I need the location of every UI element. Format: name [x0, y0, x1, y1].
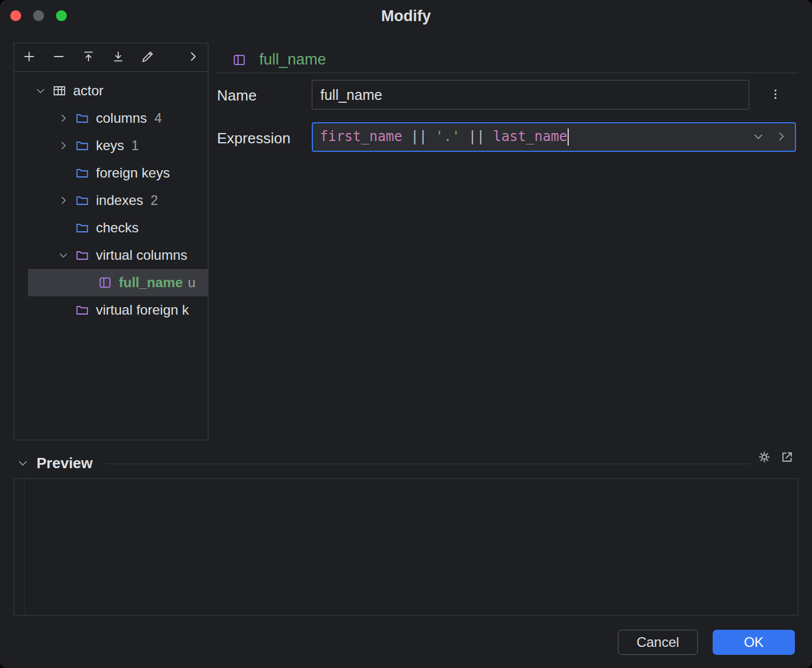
expression-input[interactable]: first_name || '.' || last_name	[312, 122, 796, 152]
expression-controls	[751, 130, 788, 145]
folder-icon	[74, 138, 91, 153]
expression-code: first_name || '.' || last_name	[320, 128, 751, 146]
title-bar: Modify	[0, 0, 812, 32]
preview-label: Preview	[37, 454, 93, 472]
open-in-new-icon	[779, 458, 795, 466]
folder-icon	[74, 303, 91, 317]
tree-item-label: columns	[96, 110, 147, 126]
name-label: Name	[217, 87, 256, 104]
tree-item-columns[interactable]: columns4	[14, 104, 208, 132]
pencil-icon	[140, 49, 155, 66]
tree-item-label: indexes	[96, 192, 143, 208]
tree-item-virtual-columns[interactable]: virtual columns	[14, 242, 208, 269]
preview-area	[14, 478, 798, 615]
modify-dialog: Modify actorcolumns4keys1foreign keysind…	[0, 0, 812, 668]
column-header: full_name	[231, 51, 326, 69]
tree-item-label: actor	[73, 83, 103, 99]
tree-item-label: virtual columns	[96, 247, 187, 263]
chevron-down-icon[interactable]	[53, 249, 74, 261]
table-icon	[51, 83, 68, 98]
expression-token: ||	[460, 128, 493, 144]
tree-item-count: 2	[151, 193, 158, 208]
structure-panel: actorcolumns4keys1foreign keysindexes2ch…	[14, 43, 208, 440]
preview-open-in-editor-button[interactable]	[779, 449, 795, 466]
preview-divider	[106, 464, 750, 464]
expression-label: Expression	[217, 130, 291, 147]
minus-icon	[51, 49, 66, 66]
tree-item-label: foreign keys	[96, 165, 170, 181]
folder-icon	[74, 193, 91, 208]
kebab-icon	[769, 87, 782, 103]
more-actions-button[interactable]	[185, 50, 201, 66]
tree: actorcolumns4keys1foreign keysindexes2ch…	[14, 72, 208, 324]
expression-token: ||	[403, 128, 436, 144]
column-icon	[231, 53, 248, 67]
tree-item-actor[interactable]: actor	[14, 77, 208, 104]
folder-icon	[74, 166, 91, 180]
expression-token: '.'	[435, 128, 460, 144]
tree-item-label: keys	[96, 138, 124, 154]
cancel-button[interactable]: Cancel	[618, 630, 698, 655]
tree-item-checks[interactable]: checks	[14, 214, 208, 242]
tree-item-suffix: u	[188, 275, 195, 291]
folder-icon	[74, 248, 91, 263]
folder-icon	[74, 111, 91, 126]
chevron-down-icon[interactable]	[30, 84, 51, 97]
tree-item-full-name[interactable]: full_nameu	[14, 269, 208, 296]
chevron-right-icon	[186, 49, 200, 66]
tree-item-label: virtual foreign k	[96, 302, 189, 318]
tree-item-label: full_name	[119, 275, 183, 291]
tree-item-count: 4	[154, 111, 162, 126]
name-options-button[interactable]	[766, 81, 785, 108]
tree-item-keys[interactable]: keys1	[14, 132, 208, 159]
chevron-down-icon	[751, 130, 765, 145]
text-caret	[568, 128, 569, 146]
edit-item-button[interactable]	[140, 50, 156, 66]
expression-token: first_name	[320, 128, 403, 144]
ok-button[interactable]: OK	[713, 630, 795, 655]
expression-expand-button[interactable]	[774, 130, 788, 145]
gear-icon	[757, 458, 772, 466]
folder-icon	[74, 220, 91, 235]
column-header-label: full_name	[259, 51, 326, 69]
tree-item-virtual-foreign-k[interactable]: virtual foreign k	[14, 296, 208, 324]
remove-item-button[interactable]	[51, 50, 67, 66]
add-item-button[interactable]	[21, 50, 37, 66]
tree-item-count: 1	[131, 138, 139, 154]
plus-icon	[22, 49, 37, 66]
tree-toolbar	[14, 43, 208, 72]
tree-item-label: checks	[96, 220, 139, 236]
chevron-right-icon[interactable]	[53, 112, 74, 124]
preview-settings-button[interactable]	[757, 449, 772, 466]
move-up-icon	[81, 49, 96, 66]
window-title: Modify	[0, 0, 812, 32]
move-up-button[interactable]	[81, 50, 97, 66]
tree-item-indexes[interactable]: indexes2	[14, 187, 208, 214]
move-down-button[interactable]	[110, 50, 126, 66]
expression-history-button[interactable]	[751, 130, 765, 145]
name-input[interactable]	[312, 80, 749, 110]
header-divider	[216, 73, 798, 73]
tree-item-foreign-keys[interactable]: foreign keys	[14, 159, 208, 187]
expression-token: last_name	[493, 128, 567, 144]
chevron-right-icon[interactable]	[53, 139, 74, 152]
chevron-right-icon	[774, 130, 788, 145]
move-down-icon	[111, 49, 126, 66]
preview-collapse-chevron[interactable]	[16, 456, 30, 472]
column-icon	[97, 275, 114, 290]
chevron-right-icon[interactable]	[53, 194, 74, 207]
